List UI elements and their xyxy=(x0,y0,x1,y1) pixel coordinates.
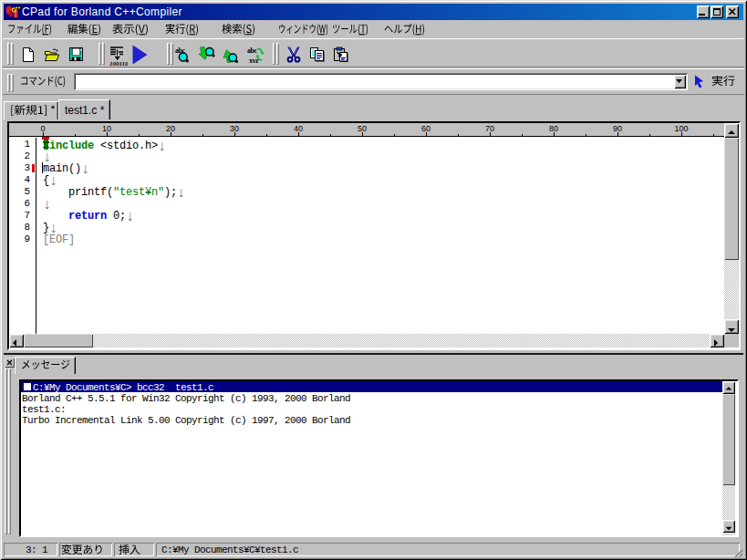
svg-text:10: 10 xyxy=(102,124,111,133)
svg-text:90: 90 xyxy=(613,124,622,133)
svg-text:100: 100 xyxy=(674,124,688,133)
svg-text:abc: abc xyxy=(247,47,257,55)
svg-text:80: 80 xyxy=(549,124,558,133)
svg-text:40: 40 xyxy=(294,124,303,133)
svg-text:50: 50 xyxy=(358,124,367,133)
svg-text:0: 0 xyxy=(40,124,45,133)
svg-text:60: 60 xyxy=(421,124,431,133)
svg-text:20: 20 xyxy=(166,124,175,133)
svg-text:70: 70 xyxy=(485,124,494,133)
svg-text:30: 30 xyxy=(230,124,239,133)
svg-text:100110: 100110 xyxy=(109,60,128,67)
